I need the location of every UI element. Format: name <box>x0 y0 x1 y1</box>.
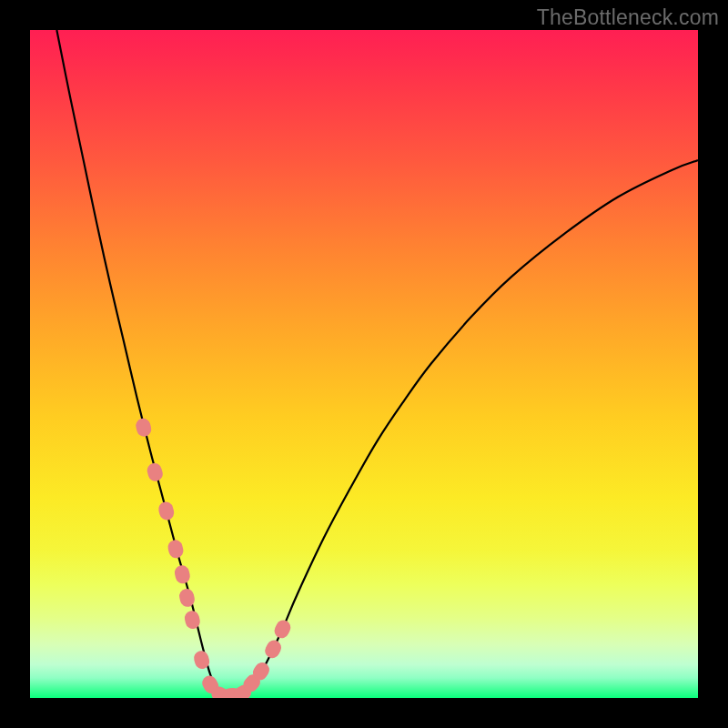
curve-marker <box>183 610 201 631</box>
curve-marker <box>167 539 185 560</box>
chart-frame: TheBottleneck.com <box>0 0 728 728</box>
plot-area <box>30 30 698 698</box>
curve-marker <box>146 461 165 482</box>
watermark-text: TheBottleneck.com <box>537 5 719 30</box>
curve-marker <box>173 564 191 585</box>
curve-marker <box>263 638 284 661</box>
curve-marker <box>157 500 176 521</box>
bottleneck-curve <box>56 30 698 696</box>
chart-svg <box>30 30 698 698</box>
marker-group <box>135 417 293 698</box>
curve-marker <box>272 618 293 641</box>
curve-marker <box>178 587 197 608</box>
curve-marker <box>135 417 153 438</box>
